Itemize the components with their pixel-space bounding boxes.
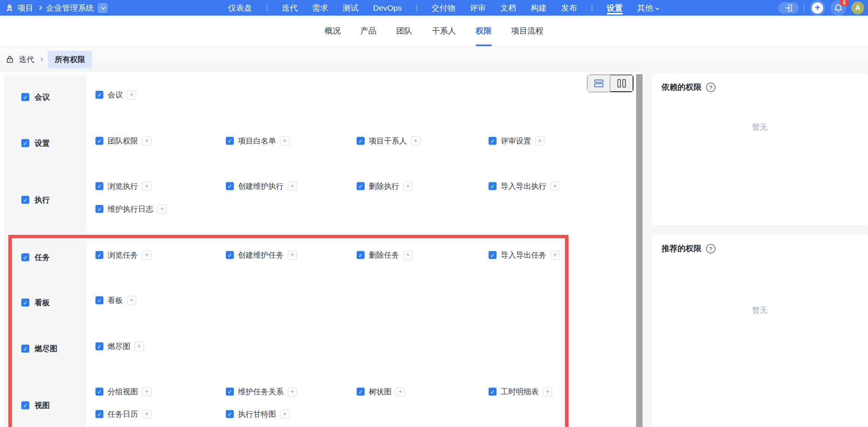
add-permission-button[interactable] xyxy=(288,182,297,191)
breadcrumb-current[interactable]: 所有权限 xyxy=(48,51,92,69)
product-label[interactable]: 项目 xyxy=(17,3,33,13)
add-permission-button[interactable] xyxy=(288,250,297,260)
checkbox-checked[interactable] xyxy=(21,139,29,147)
checkbox-checked[interactable] xyxy=(226,182,234,190)
checkbox-checked[interactable] xyxy=(21,402,29,409)
nav-item-交付物[interactable]: 交付物 xyxy=(432,0,455,16)
add-permission-button[interactable] xyxy=(551,250,560,260)
permission-item-导入导出任务: 导入导出任务 xyxy=(489,250,560,260)
nav-divider xyxy=(267,5,267,11)
add-permission-button[interactable] xyxy=(403,182,413,191)
nav-item-构建[interactable]: 构建 xyxy=(531,0,547,16)
add-permission-button[interactable] xyxy=(288,387,297,396)
tab-项目流程[interactable]: 项目流程 xyxy=(511,16,543,46)
rows-layout-icon xyxy=(594,80,603,87)
add-permission-button[interactable] xyxy=(142,387,151,396)
permission-item-创建维护执行: 创建维护执行 xyxy=(226,181,297,191)
checkbox-checked[interactable] xyxy=(226,410,234,418)
checkbox-checked[interactable] xyxy=(226,137,234,145)
user-avatar[interactable]: A xyxy=(851,2,864,14)
add-permission-button[interactable] xyxy=(280,136,289,145)
permission-label: 项目干系人 xyxy=(369,136,407,146)
breadcrumb-context[interactable]: 迭代 xyxy=(19,54,34,65)
add-permission-button[interactable] xyxy=(127,296,136,305)
checkbox-checked[interactable] xyxy=(226,251,234,259)
checkbox-checked[interactable] xyxy=(95,251,103,259)
checkbox-checked[interactable] xyxy=(95,296,103,304)
sign-in-button[interactable] xyxy=(778,2,799,14)
checkbox-checked[interactable] xyxy=(21,299,29,307)
create-button[interactable] xyxy=(809,0,825,16)
tab-权限[interactable]: 权限 xyxy=(476,16,492,46)
permission-item-浏览任务: 浏览任务 xyxy=(95,250,151,260)
checkbox-checked[interactable] xyxy=(21,196,29,204)
permission-label: 维护任务关系 xyxy=(238,387,284,397)
checkbox-checked[interactable] xyxy=(226,388,234,396)
tab-概况[interactable]: 概况 xyxy=(325,16,341,46)
checkbox-checked[interactable] xyxy=(95,343,103,351)
checkbox-checked[interactable] xyxy=(95,388,103,396)
checkbox-checked[interactable] xyxy=(357,182,365,190)
checkbox-checked[interactable] xyxy=(357,137,365,145)
permission-item-删除任务: 删除任务 xyxy=(357,250,413,260)
permission-label: 创建维护任务 xyxy=(238,250,284,260)
nav-item-测试[interactable]: 测试 xyxy=(343,0,359,16)
project-switcher-button[interactable] xyxy=(98,3,108,13)
vertical-scrollbar[interactable] xyxy=(636,74,643,427)
add-permission-button[interactable] xyxy=(142,136,151,145)
checkbox-checked[interactable] xyxy=(489,182,497,190)
add-permission-button[interactable] xyxy=(396,387,405,396)
add-permission-button[interactable] xyxy=(535,136,544,145)
notifications-button[interactable]: 3 xyxy=(830,0,846,16)
permission-label: 删除执行 xyxy=(369,181,399,191)
layout-columns-button[interactable] xyxy=(610,75,633,92)
divider xyxy=(804,4,805,12)
checkbox-checked[interactable] xyxy=(95,182,103,190)
checkbox-checked[interactable] xyxy=(489,388,497,396)
add-permission-button[interactable] xyxy=(127,90,136,99)
checkbox-checked[interactable] xyxy=(95,137,103,145)
nav-item-设置[interactable]: 设置 xyxy=(607,0,623,16)
tab-干系人[interactable]: 干系人 xyxy=(432,16,456,46)
nav-item-文档[interactable]: 文档 xyxy=(500,0,516,16)
checkbox-checked[interactable] xyxy=(357,251,365,259)
nav-item-其他[interactable]: 其他 xyxy=(637,0,659,16)
add-permission-button[interactable] xyxy=(142,409,151,419)
nav-item-发布[interactable]: 发布 xyxy=(561,0,577,16)
add-permission-button[interactable] xyxy=(157,204,167,214)
nav-item-评审[interactable]: 评审 xyxy=(470,0,486,16)
checkbox-checked[interactable] xyxy=(21,253,29,261)
add-permission-button[interactable] xyxy=(142,250,151,260)
checkbox-checked[interactable] xyxy=(95,205,103,213)
checkbox-checked[interactable] xyxy=(21,345,29,353)
help-icon[interactable] xyxy=(706,244,716,253)
permission-item-维护执行日志: 维护执行日志 xyxy=(95,204,167,214)
layout-rows-button[interactable] xyxy=(587,75,610,92)
tab-团队[interactable]: 团队 xyxy=(396,16,412,46)
add-permission-button[interactable] xyxy=(135,342,144,351)
checkbox-checked[interactable] xyxy=(489,137,497,145)
nav-item-DevOps[interactable]: DevOps xyxy=(373,0,402,16)
empty-placeholder: 暂无 xyxy=(652,305,868,315)
add-permission-button[interactable] xyxy=(543,387,552,396)
project-name[interactable]: 企业管理系统 xyxy=(46,3,94,13)
checkbox-checked[interactable] xyxy=(95,91,103,99)
checkbox-checked[interactable] xyxy=(489,251,497,259)
checkbox-checked[interactable] xyxy=(357,388,365,396)
checkbox-checked[interactable] xyxy=(95,410,103,418)
help-icon[interactable] xyxy=(706,83,716,92)
add-permission-button[interactable] xyxy=(411,136,420,145)
add-permission-button[interactable] xyxy=(551,182,560,191)
permission-label: 创建维护执行 xyxy=(238,181,284,191)
add-permission-button[interactable] xyxy=(280,409,289,419)
add-permission-button[interactable] xyxy=(403,250,413,260)
nav-item-迭代[interactable]: 迭代 xyxy=(282,0,298,16)
tab-产品[interactable]: 产品 xyxy=(360,16,376,46)
permission-item-删除执行: 删除执行 xyxy=(357,181,413,191)
add-permission-button[interactable] xyxy=(142,182,151,191)
nav-item-仪表盘[interactable]: 仪表盘 xyxy=(228,0,252,16)
permission-label: 导入导出任务 xyxy=(501,250,546,260)
checkbox-checked[interactable] xyxy=(21,93,29,101)
nav-item-需求[interactable]: 需求 xyxy=(312,0,328,16)
permission-item-评审设置: 评审设置 xyxy=(489,136,544,146)
